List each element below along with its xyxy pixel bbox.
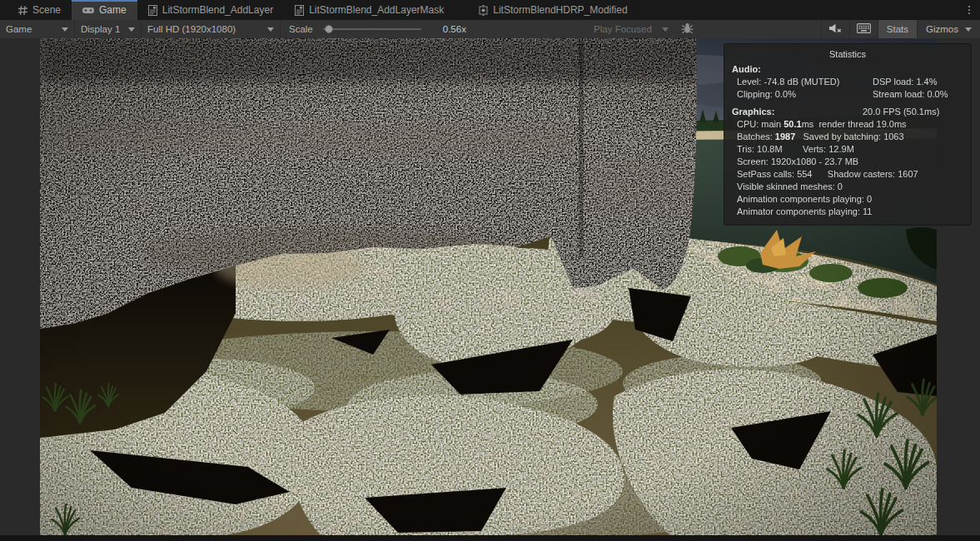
scale-value: 0.56x xyxy=(443,24,466,34)
graphics-stats: CPU: main 50.1ms render thread 19.0ms Ba… xyxy=(732,118,963,218)
audio-clipping: Clipping: 0.0% xyxy=(737,88,873,101)
keyboard-icon xyxy=(857,23,871,35)
statistics-panel: Statistics Audio: Level: -74.8 dB (MUTED… xyxy=(724,43,972,226)
tab-litstormblend-addlayermask[interactable]: LitStormBlend_AddLayerMask xyxy=(284,0,455,20)
chevron-down-icon xyxy=(128,27,135,32)
stats-button[interactable]: Stats xyxy=(878,20,918,38)
debug-button[interactable] xyxy=(677,20,699,38)
play-focused-label: Play Focused xyxy=(587,24,655,34)
chevron-down-icon xyxy=(965,27,972,32)
tab-label: LitStormBlend_AddLayer xyxy=(162,4,273,16)
viewport-bottom-strip xyxy=(0,535,980,541)
shader-asset-icon xyxy=(295,5,304,16)
graphics-batches: Batches: 1987 Saved by batching: 1063 xyxy=(737,131,963,143)
graphics-cpu: CPU: main 50.1ms render thread 19.0ms xyxy=(737,118,963,131)
mute-audio-icon xyxy=(828,23,843,35)
graphics-animator-components: Animator components playing: 11 xyxy=(737,206,963,218)
tab-label: LitStormBlendHDRP_Modified xyxy=(493,4,627,16)
shader-asset-icon xyxy=(148,5,157,16)
scale-control: Scale 0.56x xyxy=(281,20,475,38)
bug-icon xyxy=(681,22,694,36)
resolution-value: Full HD (1920x1080) xyxy=(147,24,236,34)
chevron-down-icon xyxy=(62,27,68,32)
audio-stats: Level: -74.8 dB (MUTED) Clipping: 0.0% D… xyxy=(732,76,963,101)
game-view-toolbar: Game Display 1 Full HD (1920x1080) Scale… xyxy=(0,20,980,39)
stats-button-label: Stats xyxy=(887,24,908,34)
graphics-tris-verts: Tris: 10.8M Verts: 12.9M xyxy=(737,143,963,156)
display-mode-dropdown[interactable]: Game xyxy=(0,20,75,38)
game-viewport-letterbox: Statistics Audio: Level: -74.8 dB (MUTED… xyxy=(0,38,980,541)
audio-level: Level: -74.8 dB (MUTED) xyxy=(737,76,873,88)
audio-dsp-load: DSP load: 1.4% xyxy=(873,76,963,88)
tab-label: Scene xyxy=(32,4,61,16)
tab-litstormblend-addlayer[interactable]: LitStormBlend_AddLayer xyxy=(137,0,284,20)
graphics-screen: Screen: 1920x1080 - 23.7 MB xyxy=(737,156,963,168)
onscreen-keyboard-button[interactable] xyxy=(850,20,878,38)
gamepad-icon xyxy=(82,7,94,14)
display-mode-value: Game xyxy=(6,24,32,34)
tab-bar: Scene Game LitStormBlend_AddLayer LitSto… xyxy=(0,0,980,20)
tab-label: LitStormBlend_AddLayerMask xyxy=(309,4,444,16)
tab-game[interactable]: Game xyxy=(72,0,137,20)
graphics-skinned-meshes: Visible skinned meshes: 0 xyxy=(737,181,963,193)
display-target-dropdown[interactable]: Display 1 xyxy=(75,20,142,38)
graphics-animation-components: Animation components playing: 0 xyxy=(737,193,963,206)
scale-slider[interactable] xyxy=(323,28,421,30)
tab-litstormblendhdrp-modified[interactable]: LitStormBlendHDRP_Modified xyxy=(468,0,638,20)
statistics-title: Statistics xyxy=(732,48,963,61)
toolbar-right-group: Stats Gizmos xyxy=(821,20,980,38)
graphics-heading-row: Graphics: 20.0 FPS (50.1ms) xyxy=(732,106,963,118)
audio-stream-load: Stream load: 0.0% xyxy=(873,88,963,101)
tabs-overflow-menu-button[interactable] xyxy=(958,0,980,20)
chevron-down-icon xyxy=(267,27,274,32)
scale-label: Scale xyxy=(289,24,313,34)
resolution-dropdown[interactable]: Full HD (1920x1080) xyxy=(142,20,281,38)
mute-audio-button[interactable] xyxy=(822,20,850,38)
audio-heading: Audio: xyxy=(732,63,963,76)
display-target-value: Display 1 xyxy=(81,24,120,34)
gizmos-dropdown[interactable]: Gizmos xyxy=(918,20,980,38)
tab-scene[interactable]: Scene xyxy=(0,0,72,20)
graphics-heading: Graphics: xyxy=(732,106,863,118)
scale-slider-knob[interactable] xyxy=(325,25,333,33)
gizmos-label: Gizmos xyxy=(926,24,958,34)
graphics-fps: 20.0 FPS (50.1ms) xyxy=(863,106,963,118)
scene-grid-icon xyxy=(18,6,27,15)
tab-label: Game xyxy=(99,4,127,16)
chevron-down-icon xyxy=(662,27,669,32)
material-asset-icon xyxy=(479,5,488,16)
graphics-setpass: SetPass calls: 554 Shadow casters: 1607 xyxy=(737,168,963,181)
play-focused-dropdown[interactable]: Play Focused xyxy=(587,24,669,34)
